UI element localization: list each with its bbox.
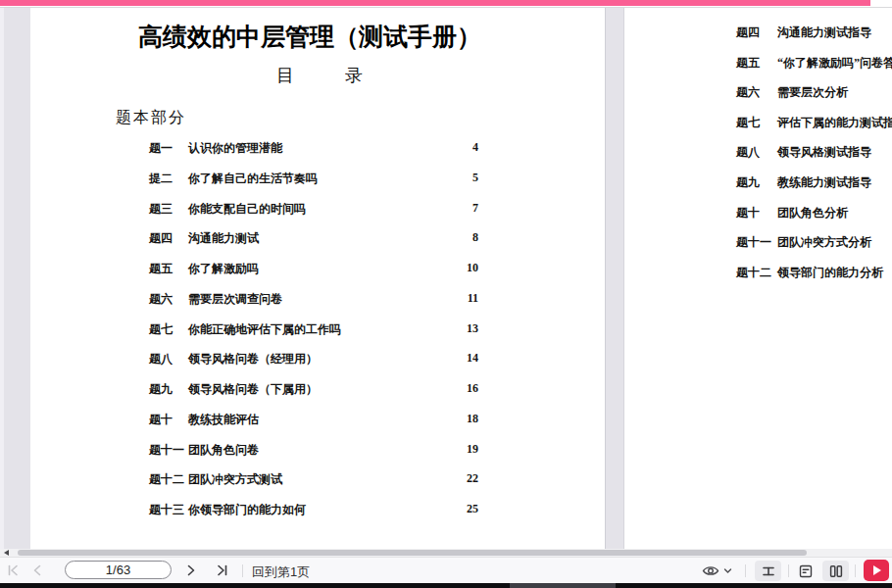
toc-item-title: 你了解自己的生活节奏吗 xyxy=(188,172,318,185)
toc-item-label: 题六 xyxy=(149,291,188,308)
toc-item-title: 需要层次分析 xyxy=(777,85,848,99)
toc-row: 题三你能支配自己的时间吗7 xyxy=(149,201,478,218)
first-page-icon xyxy=(6,564,20,577)
toc-row: 题一认识你的管理潜能4 xyxy=(149,140,478,157)
toc-row: 题十一团队冲突方式分析 xyxy=(736,234,871,251)
toc-heading-char: 录 xyxy=(345,64,363,87)
section-heading: 题本部分 xyxy=(116,108,186,128)
toc-item-label: 题七 xyxy=(149,321,188,338)
toc-item-page: 8 xyxy=(472,230,478,245)
next-page-icon xyxy=(184,564,198,577)
toc-item-page: 14 xyxy=(467,351,478,366)
toc-item-label: 题六 xyxy=(736,84,777,101)
scroll-left-arrow-icon[interactable] xyxy=(4,550,9,556)
toc-item-title: 你领导部门的能力如何 xyxy=(188,503,306,516)
fit-width-icon xyxy=(761,564,776,578)
toc-row: 题八领导风格问卷（经理用）14 xyxy=(149,351,478,368)
last-page-button[interactable] xyxy=(216,564,229,577)
first-page-button[interactable] xyxy=(6,564,20,577)
toc-item-page: 7 xyxy=(472,201,478,216)
window-top-strip xyxy=(0,0,892,8)
toc-item-title: 团队冲突方式测试 xyxy=(188,472,282,486)
toc-item-label: 题十 xyxy=(736,205,777,221)
toc-item-title: 你能正确地评估下属的工作吗 xyxy=(188,322,341,336)
toc-row: 题七评估下属的能力测试指导 xyxy=(736,115,892,131)
toc-item-label: 题五 xyxy=(149,261,188,277)
horizontal-scrollbar-thumb[interactable] xyxy=(18,550,807,556)
toolbar-divider xyxy=(855,564,856,577)
toc-item-title: 你了解激励吗 xyxy=(188,262,259,275)
eye-pupil-icon xyxy=(709,568,714,573)
toc-item-title: 沟通能力测试 xyxy=(188,231,259,245)
toc-item-title: 领导风格问卷（经理用） xyxy=(188,352,318,366)
toc-item-label: 题五 xyxy=(736,55,777,72)
toc-item-label: 题十二 xyxy=(149,471,188,488)
toc-item-title: 团队冲突方式分析 xyxy=(777,235,871,249)
toc-item-page: 10 xyxy=(467,261,478,275)
toc-item-label: 题十一 xyxy=(736,234,777,251)
toc-item-page: 5 xyxy=(472,171,478,185)
toc-item-title: 沟通能力测试指导 xyxy=(777,25,871,39)
toc-item-title: 需要层次调查问卷 xyxy=(188,292,282,306)
toc-item-label: 题十二 xyxy=(736,265,777,281)
toc-item-title: 领导风格问卷（下属用） xyxy=(188,382,318,396)
toc-item-title: 教练技能评估 xyxy=(188,413,259,426)
bottom-edge-strip xyxy=(0,583,892,588)
toc-item-title: 教练能力测试指导 xyxy=(777,175,871,189)
toc-item-page: 11 xyxy=(468,291,478,306)
toc-item-label: 题九 xyxy=(149,381,188,398)
toc-row: 题五“你了解激励吗”问卷答案 xyxy=(736,55,892,72)
toc-item-label: 题四 xyxy=(736,24,777,41)
toc-item-label: 题十 xyxy=(149,412,188,428)
document-page-right: 题四沟通能力测试指导 题五“你了解激励吗”问卷答案 题六需要层次分析 题七评估下… xyxy=(623,8,892,549)
view-options-button[interactable] xyxy=(702,564,733,578)
toc-row: 提二你了解自己的生活节奏吗5 xyxy=(149,171,478,187)
toc-row: 题九领导风格问卷（下属用）16 xyxy=(149,381,478,398)
bottom-edge-segment xyxy=(510,583,616,588)
toc-row: 题四沟通能力测试8 xyxy=(149,230,478,247)
notes-view-button[interactable] xyxy=(792,561,818,581)
toc-row: 题六需要层次调查问卷11 xyxy=(149,291,478,308)
toc-row: 题八领导风格测试指导 xyxy=(736,144,871,161)
back-to-first-page-button[interactable]: 回到第1页 xyxy=(252,564,310,581)
toc-heading-char: 目 xyxy=(276,64,294,87)
chevron-down-icon xyxy=(725,569,731,572)
toc-row: 题十一团队角色问卷19 xyxy=(149,442,478,459)
horizontal-scrollbar[interactable] xyxy=(0,549,892,557)
toc-row: 题十教练技能评估18 xyxy=(149,412,478,428)
toc-item-page: 16 xyxy=(467,381,478,396)
top-accent-bar xyxy=(0,0,870,6)
toolbar-divider xyxy=(745,564,746,577)
video-play-button[interactable] xyxy=(864,560,889,581)
toc-item-page: 25 xyxy=(467,502,478,516)
notes-view-icon xyxy=(798,564,814,579)
fit-width-button[interactable] xyxy=(755,561,781,581)
toc-item-title: 领导风格测试指导 xyxy=(777,145,871,159)
viewer-left-margin xyxy=(0,8,4,549)
previous-page-icon xyxy=(30,564,44,577)
toc-item-label: 题八 xyxy=(736,144,777,161)
toc-item-page: 22 xyxy=(467,471,478,486)
toc-item-label: 题十三 xyxy=(149,502,188,518)
toc-row: 题四沟通能力测试指导 xyxy=(736,24,871,41)
toc-item-title: 团队角色问卷 xyxy=(188,443,259,457)
toc-item-label: 提二 xyxy=(149,171,188,187)
toc-row: 题十三你领导部门的能力如何25 xyxy=(149,502,478,518)
toc-row: 题十二团队冲突方式测试22 xyxy=(149,471,478,488)
previous-page-button[interactable] xyxy=(30,564,44,577)
toc-row: 题十团队角色分析 xyxy=(736,205,848,221)
toc-item-title: 你能支配自己的时间吗 xyxy=(188,202,306,216)
toolbar-divider xyxy=(242,564,243,577)
next-page-button[interactable] xyxy=(184,564,198,577)
document-title: 高绩效的中层管理（测试手册） xyxy=(30,21,589,53)
toc-item-page: 18 xyxy=(467,412,478,426)
toc-row: 题九教练能力测试指导 xyxy=(736,174,871,191)
toc-item-title: 评估下属的能力测试指导 xyxy=(777,116,892,129)
toc-item-label: 题九 xyxy=(736,174,777,191)
toc-item-label: 题一 xyxy=(149,140,188,157)
page-number-input[interactable] xyxy=(65,561,172,579)
two-page-view-button[interactable] xyxy=(822,561,849,581)
toc-item-label: 题四 xyxy=(149,230,188,247)
two-page-view-icon xyxy=(828,564,844,578)
document-page-left: 高绩效的中层管理（测试手册） 目 录 题本部分 题一认识你的管理潜能4 提二你了… xyxy=(30,8,606,549)
